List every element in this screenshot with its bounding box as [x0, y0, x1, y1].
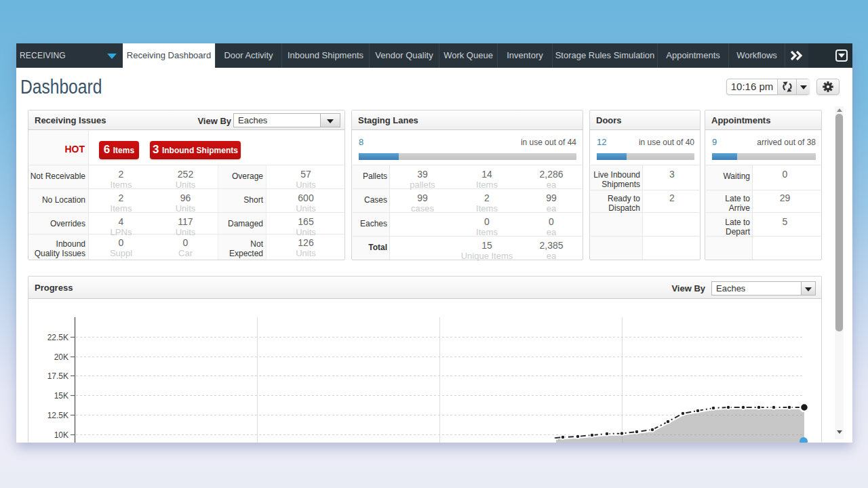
svg-text:10K: 10K — [54, 430, 68, 440]
svg-text:12.5K: 12.5K — [47, 411, 68, 420]
svg-text:20K: 20K — [54, 352, 68, 362]
svg-text:17.5K: 17.5K — [47, 371, 68, 381]
svg-text:15K: 15K — [54, 391, 68, 401]
svg-text:22.5K: 22.5K — [47, 333, 68, 342]
